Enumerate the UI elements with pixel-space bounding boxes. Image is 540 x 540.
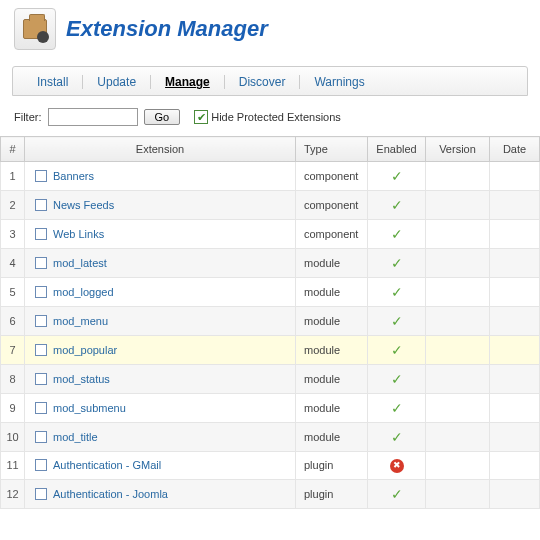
extension-type: component — [296, 220, 368, 249]
extensions-table: # Extension Type Enabled Version Date 1B… — [0, 136, 540, 509]
extension-type: module — [296, 365, 368, 394]
row-number: 2 — [1, 191, 25, 220]
page-title: Extension Manager — [66, 16, 268, 42]
hide-protected-checkbox[interactable]: ✔ — [194, 110, 208, 124]
extension-version — [426, 220, 490, 249]
filter-label: Filter: — [14, 111, 42, 123]
row-checkbox[interactable] — [35, 199, 47, 211]
col-enabled[interactable]: Enabled — [368, 137, 426, 162]
enabled-icon[interactable] — [391, 226, 403, 242]
extension-version — [426, 423, 490, 452]
table-row: 8mod_statusmodule — [1, 365, 540, 394]
extension-date — [490, 452, 540, 480]
tab-discover[interactable]: Discover — [225, 75, 301, 89]
extension-name-link[interactable]: mod_submenu — [53, 402, 126, 414]
table-row: 2News Feedscomponent — [1, 191, 540, 220]
row-number: 11 — [1, 452, 25, 480]
extension-date — [490, 278, 540, 307]
extension-name-link[interactable]: mod_menu — [53, 315, 108, 327]
extension-name-link[interactable]: Authentication - GMail — [53, 459, 161, 471]
row-number: 3 — [1, 220, 25, 249]
extension-version — [426, 479, 490, 508]
extension-date — [490, 191, 540, 220]
table-row: 11Authentication - GMailplugin✖ — [1, 452, 540, 480]
table-row: 1Bannerscomponent — [1, 162, 540, 191]
row-checkbox[interactable] — [35, 257, 47, 269]
enabled-icon[interactable] — [391, 429, 403, 445]
extension-name-link[interactable]: Authentication - Joomla — [53, 488, 168, 500]
col-extension[interactable]: Extension — [25, 137, 296, 162]
extension-type: module — [296, 423, 368, 452]
row-number: 10 — [1, 423, 25, 452]
table-row: 4mod_latestmodule — [1, 249, 540, 278]
extension-date — [490, 220, 540, 249]
extension-date — [490, 307, 540, 336]
extension-name-link[interactable]: mod_title — [53, 431, 98, 443]
extension-name-link[interactable]: mod_latest — [53, 257, 107, 269]
extension-version — [426, 452, 490, 480]
col-number[interactable]: # — [1, 137, 25, 162]
row-checkbox[interactable] — [35, 170, 47, 182]
table-row: 9mod_submenumodule — [1, 394, 540, 423]
row-number: 7 — [1, 336, 25, 365]
extension-name-link[interactable]: News Feeds — [53, 199, 114, 211]
tab-update[interactable]: Update — [83, 75, 151, 89]
extension-type: plugin — [296, 479, 368, 508]
filter-row: Filter: Go ✔ Hide Protected Extensions — [0, 96, 540, 136]
disabled-icon[interactable]: ✖ — [390, 459, 404, 473]
table-row: 6mod_menumodule — [1, 307, 540, 336]
extension-name-link[interactable]: Web Links — [53, 228, 104, 240]
enabled-icon[interactable] — [391, 313, 403, 329]
tab-warnings[interactable]: Warnings — [300, 75, 378, 89]
filter-go-button[interactable]: Go — [144, 109, 181, 125]
extension-name-link[interactable]: mod_status — [53, 373, 110, 385]
row-checkbox[interactable] — [35, 402, 47, 414]
row-checkbox[interactable] — [35, 228, 47, 240]
enabled-icon[interactable] — [391, 284, 403, 300]
extension-date — [490, 336, 540, 365]
extension-name-link[interactable]: Banners — [53, 170, 94, 182]
tab-manage[interactable]: Manage — [151, 75, 225, 89]
extension-date — [490, 423, 540, 452]
enabled-icon[interactable] — [391, 400, 403, 416]
row-checkbox[interactable] — [35, 315, 47, 327]
enabled-icon[interactable] — [391, 255, 403, 271]
extension-type: module — [296, 249, 368, 278]
enabled-icon[interactable] — [391, 168, 403, 184]
extension-version — [426, 336, 490, 365]
col-version[interactable]: Version — [426, 137, 490, 162]
row-number: 5 — [1, 278, 25, 307]
extension-type: module — [296, 394, 368, 423]
row-checkbox[interactable] — [35, 286, 47, 298]
extension-version — [426, 191, 490, 220]
extension-version — [426, 278, 490, 307]
enabled-icon[interactable] — [391, 486, 403, 502]
enabled-icon[interactable] — [391, 197, 403, 213]
extension-date — [490, 365, 540, 394]
extension-type: module — [296, 278, 368, 307]
extension-name-link[interactable]: mod_popular — [53, 344, 117, 356]
extension-name-link[interactable]: mod_logged — [53, 286, 114, 298]
table-row: 3Web Linkscomponent — [1, 220, 540, 249]
extension-version — [426, 162, 490, 191]
filter-input[interactable] — [48, 108, 138, 126]
tab-install[interactable]: Install — [23, 75, 83, 89]
extension-type: module — [296, 336, 368, 365]
extension-type: plugin — [296, 452, 368, 480]
col-date[interactable]: Date — [490, 137, 540, 162]
page-header: Extension Manager — [0, 0, 540, 66]
col-type[interactable]: Type — [296, 137, 368, 162]
table-row: 12Authentication - Joomlaplugin — [1, 479, 540, 508]
row-checkbox[interactable] — [35, 488, 47, 500]
extension-version — [426, 365, 490, 394]
row-checkbox[interactable] — [35, 459, 47, 471]
row-checkbox[interactable] — [35, 344, 47, 356]
enabled-icon[interactable] — [391, 371, 403, 387]
row-checkbox[interactable] — [35, 431, 47, 443]
extension-date — [490, 162, 540, 191]
enabled-icon[interactable] — [391, 342, 403, 358]
extension-version — [426, 394, 490, 423]
row-checkbox[interactable] — [35, 373, 47, 385]
extension-date — [490, 249, 540, 278]
extension-date — [490, 479, 540, 508]
